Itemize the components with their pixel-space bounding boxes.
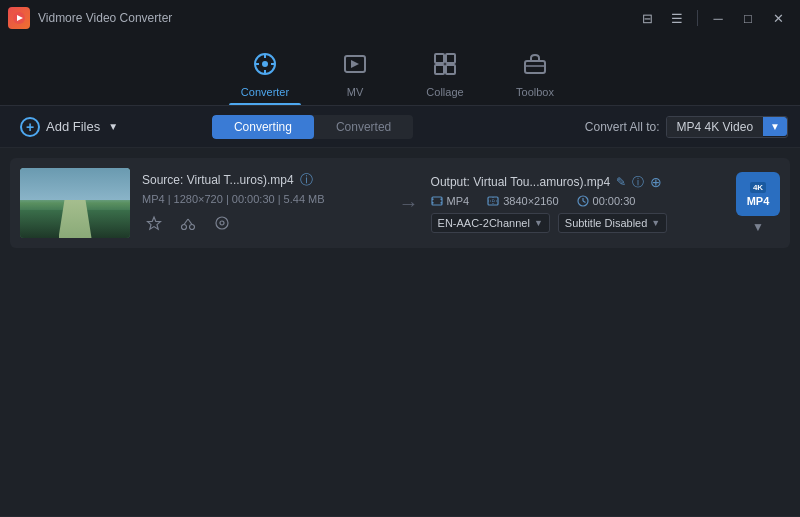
audio-select[interactable]: EN-AAC-2Channel ▼ (431, 213, 550, 233)
svg-point-20 (216, 217, 228, 229)
add-circle-icon: + (20, 117, 40, 137)
subtitle-select-arrow: ▼ (651, 218, 660, 228)
svg-rect-25 (440, 198, 442, 200)
format-badge-wrap: 4K MP4 ▼ (736, 172, 780, 234)
cut-action-btn[interactable] (176, 213, 200, 236)
svg-rect-13 (525, 61, 545, 73)
convert-all-to-label: Convert All to: (585, 120, 660, 134)
svg-line-18 (184, 219, 188, 225)
collage-icon (433, 52, 457, 82)
output-resolution-text: 3840×2160 (503, 195, 558, 207)
svg-rect-10 (446, 54, 455, 63)
title-text: Vidmore Video Converter (38, 11, 172, 25)
svg-point-16 (182, 224, 187, 229)
output-label: Output: Virtual Tou...amuros).mp4 (431, 175, 611, 189)
converter-label: Converter (241, 86, 289, 98)
output-format-text: MP4 (447, 195, 470, 207)
output-meta: MP4 3840×2160 00:00:30 (431, 195, 724, 207)
star-action-btn[interactable] (142, 213, 166, 236)
svg-rect-26 (440, 202, 442, 204)
convert-all-to: Convert All to: MP4 4K Video ▼ (585, 116, 788, 138)
output-duration-text: 00:00:30 (593, 195, 636, 207)
output-info: Output: Virtual Tou...amuros).mp4 ✎ ⓘ ⊕ … (431, 174, 724, 233)
output-plus-icon[interactable]: ⊕ (650, 174, 662, 190)
title-left: Vidmore Video Converter (8, 7, 172, 29)
app-logo (8, 7, 30, 29)
source-info-icon[interactable]: ⓘ (300, 171, 313, 189)
svg-point-17 (190, 224, 195, 229)
mv-label: MV (347, 86, 364, 98)
title-separator (697, 10, 698, 26)
nav-tab-collage[interactable]: Collage (400, 45, 490, 105)
file-meta: MP4 | 1280×720 | 00:00:30 | 5.44 MB (142, 193, 387, 205)
format-label: MP4 4K Video (667, 117, 764, 137)
thumbnail-image (20, 168, 130, 238)
output-selects: EN-AAC-2Channel ▼ Subtitle Disabled ▼ (431, 213, 724, 233)
output-format-meta: MP4 (431, 195, 470, 207)
audio-select-label: EN-AAC-2Channel (438, 217, 530, 229)
edit-output-icon[interactable]: ✎ (616, 175, 626, 189)
badge-mp4-label: MP4 (747, 195, 770, 207)
tab-group: Converting Converted (212, 115, 413, 139)
svg-rect-23 (432, 198, 434, 200)
maximize-btn[interactable]: □ (734, 4, 762, 32)
file-info: Source: Virtual T...uros).mp4 ⓘ MP4 | 12… (142, 171, 387, 236)
converting-tab[interactable]: Converting (212, 115, 314, 139)
format-box[interactable]: MP4 4K Video ▼ (666, 116, 788, 138)
converter-icon (253, 52, 277, 82)
add-files-dropdown-arrow[interactable]: ▼ (108, 121, 118, 132)
format-dropdown-btn[interactable]: ▼ (763, 117, 787, 136)
format-badge: 4K MP4 (736, 172, 780, 216)
close-btn[interactable]: ✕ (764, 4, 792, 32)
svg-rect-24 (432, 202, 434, 204)
nav-tab-mv[interactable]: MV (310, 45, 400, 105)
svg-line-19 (188, 219, 192, 225)
output-duration-meta: 00:00:30 (577, 195, 636, 207)
badge-4k-label: 4K (750, 182, 766, 193)
chat-icon-btn[interactable]: ⊟ (633, 4, 661, 32)
svg-point-21 (220, 221, 224, 225)
toolbar: + Add Files ▼ Converting Converted Conve… (0, 106, 800, 148)
svg-line-32 (583, 201, 586, 203)
subtitle-select[interactable]: Subtitle Disabled ▼ (558, 213, 667, 233)
file-source: Source: Virtual T...uros).mp4 ⓘ (142, 171, 387, 189)
clock-icon (577, 195, 589, 207)
output-source: Output: Virtual Tou...amuros).mp4 ✎ ⓘ ⊕ (431, 174, 724, 191)
toolbox-icon (523, 52, 547, 82)
nav-tab-toolbox[interactable]: Toolbox (490, 45, 580, 105)
svg-rect-22 (432, 197, 442, 205)
converted-tab[interactable]: Converted (314, 115, 413, 139)
format-badge-dropdown-btn[interactable]: ▼ (752, 220, 764, 234)
output-resolution-meta: 3840×2160 (487, 195, 558, 207)
svg-rect-9 (435, 54, 444, 63)
resolution-icon (487, 195, 499, 207)
title-bar: Vidmore Video Converter ⊟ ☰ ─ □ ✕ (0, 0, 800, 36)
title-controls: ⊟ ☰ ─ □ ✕ (633, 4, 792, 32)
file-actions (142, 213, 387, 236)
subtitle-select-label: Subtitle Disabled (565, 217, 648, 229)
effect-action-btn[interactable] (210, 213, 234, 236)
nav-tabs: Converter MV Collage (0, 36, 800, 106)
minimize-btn[interactable]: ─ (704, 4, 732, 32)
mv-icon (343, 52, 367, 82)
toolbox-label: Toolbox (516, 86, 554, 98)
add-files-label: Add Files (46, 119, 100, 134)
source-label: Source: Virtual T...uros).mp4 (142, 173, 294, 187)
file-item: Source: Virtual T...uros).mp4 ⓘ MP4 | 12… (10, 158, 790, 248)
menu-icon-btn[interactable]: ☰ (663, 4, 691, 32)
convert-arrow: → (399, 192, 419, 215)
film-icon (431, 195, 443, 207)
audio-select-arrow: ▼ (534, 218, 543, 228)
main-content: Source: Virtual T...uros).mp4 ⓘ MP4 | 12… (0, 148, 800, 516)
add-files-button[interactable]: + Add Files ▼ (12, 113, 126, 141)
nav-tab-converter[interactable]: Converter (220, 45, 310, 105)
svg-marker-15 (148, 217, 161, 229)
svg-point-3 (262, 61, 268, 67)
svg-rect-11 (435, 65, 444, 74)
collage-label: Collage (426, 86, 463, 98)
thumbnail (20, 168, 130, 238)
svg-rect-12 (446, 65, 455, 74)
output-info-icon[interactable]: ⓘ (632, 174, 644, 191)
